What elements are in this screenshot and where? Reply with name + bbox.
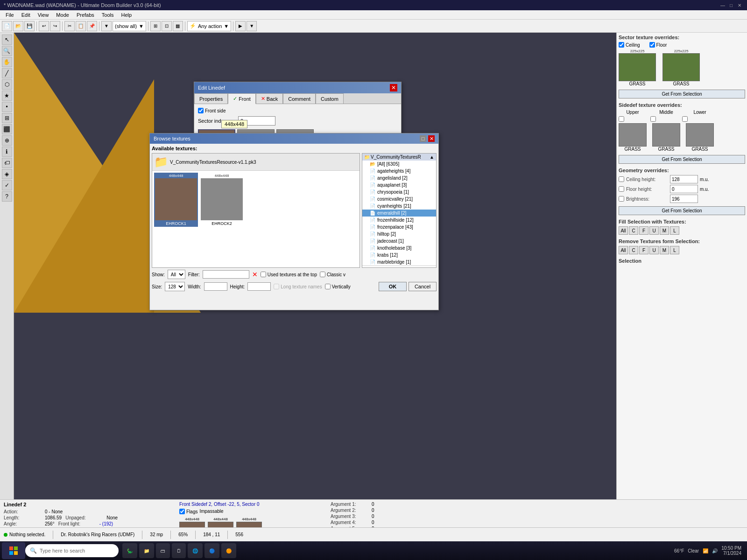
taskbar-item-2[interactable]: 📁 [139,543,154,558]
texture-ehrock1[interactable]: 448x448 EHROCK1 [154,173,198,227]
remove-all-btn[interactable]: All [619,246,628,254]
fill-m-btn[interactable]: M [660,226,669,235]
tree-knotholebase[interactable]: 📄 knotholebase [3] [362,245,436,252]
tab-back[interactable]: ✕ Back [256,93,283,104]
tab-comment[interactable]: Comment [283,93,316,104]
close-btn[interactable]: ✕ [736,1,743,9]
menu-edit[interactable]: Edit [18,11,34,19]
undo-btn[interactable]: ↩ [39,21,49,31]
get-from-selection-btn-2[interactable]: Get From Selection [619,155,745,164]
tool-magic[interactable]: ◈ [2,169,12,179]
show-select[interactable]: All [168,270,185,279]
menu-file[interactable]: File [2,11,18,19]
upper-check[interactable] [619,116,624,122]
tree-aquaplanet[interactable]: 📄 aquaplanet [3] [362,182,436,189]
tree-scroll-up[interactable]: ▲ [430,154,434,160]
tool-check[interactable]: ✓ [2,180,12,190]
tree-krabs[interactable]: 📄 krabs [12] [362,252,436,259]
fill-c-btn[interactable]: C [629,226,638,235]
tool-mode1[interactable]: ⊞ [2,113,12,123]
minimize-btn[interactable]: — [719,1,726,9]
tool-mode2[interactable]: ⬛ [2,124,12,134]
classic-v-check[interactable]: Classic v [320,272,345,277]
middle-check[interactable] [650,116,656,122]
tool-line[interactable]: ╱ [2,68,12,78]
linedef-dialog-title[interactable]: Edit Linedef ✕ [194,82,401,93]
get-from-selection-btn-3[interactable]: Get From Selection [619,206,745,215]
tree-cyanheights[interactable]: 📄 cyanheights [21] [362,203,436,210]
linedef-close-btn[interactable]: ✕ [390,84,397,91]
tree-jadecoast[interactable]: 📄 jadecoast [1] [362,238,436,245]
filter-input[interactable] [203,270,249,279]
tool-help2[interactable]: ? [2,191,12,202]
ceiling-height-input[interactable]: 128 [670,175,698,183]
texture-icon[interactable]: ▦ [173,21,183,31]
tree-cosmicvalley[interactable]: 📄 cosmicvalley [21] [362,196,436,203]
play-btn[interactable]: ▶ [235,21,246,31]
lower-check[interactable] [682,116,688,122]
menu-tools[interactable]: Tools [98,11,118,19]
fill-f-btn[interactable]: F [639,226,648,235]
start-button[interactable] [2,542,25,559]
ceiling-checkbox[interactable] [619,42,624,48]
tree-chrysopoeia[interactable]: 📄 chrysopoeia [1] [362,189,436,196]
ceiling-check[interactable]: Ceiling [619,42,640,48]
tool-sector[interactable]: ⬡ [2,79,12,90]
open-btn[interactable]: 📂 [13,21,23,31]
paste-btn[interactable]: 📌 [87,21,97,31]
tool-thing[interactable]: ★ [2,91,12,101]
menu-view[interactable]: View [34,11,53,19]
lower-preview[interactable] [686,123,714,147]
menu-mode[interactable]: Mode [52,11,73,19]
maximize-btn[interactable]: □ [727,1,735,9]
used-textures-check[interactable]: Used textures at the top [261,272,317,277]
upper-preview[interactable] [619,123,647,147]
filter-clear-btn[interactable]: ✕ [252,271,258,278]
tree-frozenpalace[interactable]: 📄 frozenpalace [43] [362,224,436,231]
redo-btn[interactable]: ↪ [50,21,60,31]
taskbar-item-4[interactable]: 🗒 [172,543,186,558]
middle-preview[interactable] [652,123,680,147]
remove-c-btn[interactable]: C [629,246,638,254]
tab-front[interactable]: ✓ Front [228,93,256,104]
tab-custom[interactable]: Custom [316,93,344,104]
folder-item[interactable]: 📁 V_CommunityTexturesResource-v1.1.pk3 [152,154,359,171]
menu-prefabs[interactable]: Prefabs [73,11,98,19]
tool-pan[interactable]: ✋ [2,57,12,67]
action-dropdown[interactable]: ⚡ Any action ▼ [187,21,231,31]
browse-ok-btn[interactable]: OK [379,282,407,291]
remove-f-btn[interactable]: F [639,246,648,254]
taskbar-item-6[interactable]: 🔵 [204,543,219,558]
new-btn[interactable]: 📄 [2,21,12,31]
floor-check[interactable]: Floor [649,42,667,48]
tool-arrow[interactable]: ↖ [2,35,12,45]
brightness-input[interactable]: 196 [670,195,698,203]
fill-u-btn[interactable]: U [649,226,659,235]
height-input[interactable] [247,282,271,291]
tree-all[interactable]: 📂 [All] [6305] [362,161,436,168]
texture-ehrock2[interactable]: 448x448 EHROCK2 [200,173,244,227]
tool-tag[interactable]: 🏷 [2,158,12,168]
get-from-selection-btn-1[interactable]: Get From Selection [619,90,745,98]
browse-maximize-btn[interactable]: □ [420,135,426,142]
browse-cancel-btn[interactable]: Cancel [409,282,437,291]
play-dropdown[interactable]: ▼ [247,21,257,31]
browse-close-btn[interactable]: ✕ [428,135,435,142]
tree-marblebridge[interactable]: 📄 marblebridge [1] [362,259,436,266]
vertically-check[interactable]: Vertically [325,284,351,289]
copy-btn[interactable]: 📋 [76,21,86,31]
grid-icon[interactable]: ⊞ [150,21,161,31]
front-side-check[interactable]: Front side [198,108,226,113]
menu-help[interactable]: Help [118,11,136,19]
long-names-check[interactable]: Long texture names [274,284,322,289]
fill-all-btn[interactable]: All [619,226,628,235]
tree-hilltop[interactable]: 📄 hilltop [2] [362,231,436,238]
tool-vertex[interactable]: • [2,102,12,112]
ceiling-preview[interactable] [619,53,656,81]
floor-checkbox[interactable] [649,42,655,48]
taskbar-item-7[interactable]: 🟠 [221,543,236,558]
remove-l-btn[interactable]: L [670,246,679,254]
impassable-check[interactable]: Flags [179,509,197,514]
filter-icon[interactable]: ▼ [101,21,112,31]
tree-frozenhillside[interactable]: 📄 frozenhillside [12] [362,217,436,224]
